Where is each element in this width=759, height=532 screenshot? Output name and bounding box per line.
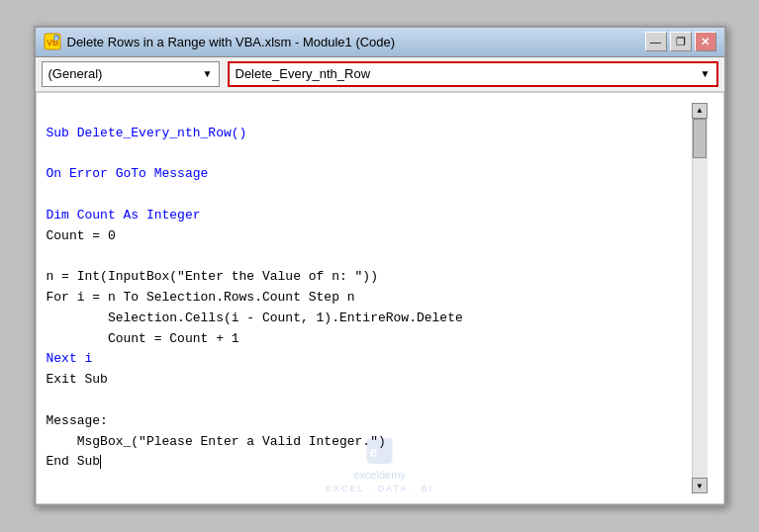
watermark-logo: e [364,436,394,466]
svg-text:A: A [54,36,58,42]
close-button[interactable]: ✕ [695,32,716,51]
general-dropdown-label: (General) [48,66,103,81]
procedure-dropdown[interactable]: Delete_Every_nth_Row ▼ [228,61,718,87]
code-line-15: Message: [47,413,108,428]
watermark: e exceldemy EXCEL · DATA · BI [326,436,433,493]
code-line-6: Count = 0 [47,228,116,243]
text-cursor [100,455,101,469]
watermark-tagline: EXCEL · DATA · BI [326,484,433,493]
code-line-9: For i = n To Selection.Rows.Count Step n [47,290,355,305]
restore-button[interactable]: ❐ [670,32,692,51]
procedure-dropdown-label: Delete_Every_nth_Row [236,66,371,81]
title-bar-left: VB A Delete Rows in a Range with VBA.xls… [44,33,396,50]
code-line-12: Next i [47,351,93,366]
general-dropdown[interactable]: (General) ▼ [42,61,220,87]
code-area[interactable]: Sub Delete_Every_nth_Row() On Error GoTo… [36,92,724,504]
scroll-down-button[interactable]: ▼ [692,478,708,493]
scroll-track [693,119,708,478]
svg-text:e: e [369,444,377,460]
code-line-1: Sub Delete_Every_nth_Row() [47,126,247,140]
code-line-8: n = Int(InputBox("Enter the Value of n: … [47,269,378,284]
code-line-10: Selection.Cells(i - Count, 1).EntireRow.… [47,310,463,325]
scroll-up-button[interactable]: ▲ [692,103,708,119]
scroll-thumb[interactable] [693,119,707,158]
vba-editor-window: VB A Delete Rows in a Range with VBA.xls… [34,26,726,506]
toolbar: (General) ▼ Delete_Every_nth_Row ▼ [36,57,724,92]
minimize-button[interactable]: — [645,32,667,51]
code-line-3: On Error GoTo Message [47,166,209,181]
vba-icon: VB A [44,33,61,50]
watermark-brand: exceldemy [353,468,406,482]
code-line-13: Exit Sub [47,372,108,387]
code-line-17: End Sub [47,454,102,469]
general-dropdown-arrow: ▼ [203,68,213,79]
code-line-11: Count = Count + 1 [47,331,239,346]
scrollbar[interactable]: ▲ ▼ [692,103,708,493]
title-bar: VB A Delete Rows in a Range with VBA.xls… [36,28,724,57]
procedure-dropdown-arrow: ▼ [701,68,711,79]
window-title: Delete Rows in a Range with VBA.xlsm - M… [67,35,396,49]
title-bar-buttons: — ❐ ✕ [645,32,716,51]
code-line-5: Dim Count As Integer [47,208,201,222]
